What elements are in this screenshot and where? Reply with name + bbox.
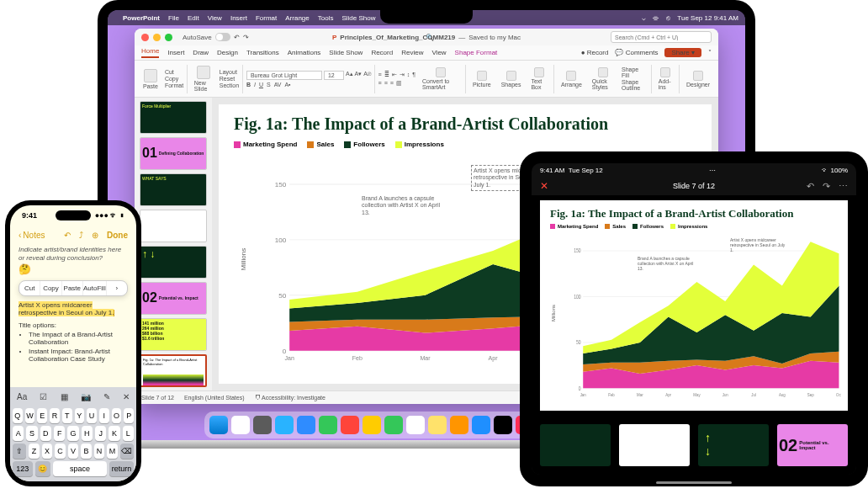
ipad-thumbnails-row[interactable]: 34↑↓502Potential vs. Impact6 <box>532 416 856 475</box>
letter-key[interactable]: F <box>54 426 65 441</box>
autofill-button[interactable]: AutoFill <box>83 281 107 295</box>
notes-icon[interactable] <box>428 416 447 434</box>
menu-arrange[interactable]: Arrange <box>285 14 309 22</box>
picture-button[interactable]: Picture <box>469 71 495 88</box>
letter-key[interactable]: R <box>50 408 60 423</box>
tab-slideshow[interactable]: Slide Show <box>329 49 363 56</box>
align-center-icon[interactable]: ≡ <box>384 80 388 87</box>
tab-design[interactable]: Design <box>217 49 238 56</box>
slide-thumbnail[interactable]: ↑ ↓ <box>140 246 207 279</box>
finder-icon[interactable] <box>209 416 228 434</box>
slide-thumbnail[interactable]: 02Potential vs. Impact6 <box>777 424 848 466</box>
new-slide-button[interactable]: New Slide <box>191 66 216 92</box>
menu-insert[interactable]: Insert <box>230 14 247 22</box>
tab-shape-format[interactable]: Shape Format <box>455 49 498 56</box>
letter-key[interactable]: C <box>55 444 66 459</box>
line-spacing-icon[interactable]: ↕ <box>407 72 410 78</box>
indent-inc-icon[interactable]: ⇥ <box>400 72 405 78</box>
clear-format-icon[interactable]: A⎚ <box>363 71 371 80</box>
menubar-clock[interactable]: Tue Sep 12 9:41 AM <box>677 14 738 22</box>
wifi-icon[interactable]: ⌵ <box>642 14 646 22</box>
letter-key[interactable]: E <box>37 408 47 423</box>
return-key[interactable]: return <box>109 461 134 476</box>
addins-button[interactable]: Add-ins <box>655 67 676 90</box>
photos-icon[interactable] <box>363 416 381 434</box>
back-label[interactable]: Notes <box>23 231 45 240</box>
undo-icon[interactable]: ↶ <box>64 231 71 240</box>
decrease-font-icon[interactable]: A▾ <box>355 71 363 80</box>
underline-icon[interactable]: U <box>259 82 263 88</box>
undo-icon[interactable]: ↶ <box>807 181 814 192</box>
tab-review[interactable]: Review <box>401 49 423 56</box>
comments-button[interactable]: 💬 Comments <box>615 49 658 56</box>
letter-key[interactable]: Y <box>75 408 85 423</box>
arrange-button[interactable]: Arrange <box>558 71 585 88</box>
backspace-key[interactable]: ⌫ <box>120 444 134 459</box>
reminders-icon[interactable] <box>450 416 468 434</box>
letter-key[interactable]: V <box>68 444 79 459</box>
menu-edit[interactable]: Edit <box>188 14 199 22</box>
letter-key[interactable]: T <box>62 408 72 423</box>
table-icon[interactable]: ▦ <box>61 392 68 401</box>
more-icon[interactable]: ⋯ <box>839 181 848 192</box>
letter-key[interactable]: X <box>42 444 53 459</box>
letter-key[interactable]: U <box>87 408 97 423</box>
tab-draw[interactable]: Draw <box>193 49 209 56</box>
quick-styles-button[interactable]: Quick Styles <box>589 67 618 90</box>
language-label[interactable]: English (United States) <box>184 395 245 401</box>
shape-fill-button[interactable]: Shape Fill <box>622 66 648 78</box>
designer-button[interactable]: Designer <box>683 71 713 88</box>
textbox-button[interactable]: Text Box <box>527 67 550 90</box>
paste-button[interactable]: Paste <box>62 281 83 295</box>
redo-icon[interactable]: ↷ <box>243 34 249 41</box>
slide-thumbnail[interactable]: 01Defining Collaboration <box>140 137 207 170</box>
letter-key[interactable]: D <box>40 426 51 441</box>
tv-icon[interactable] <box>494 416 512 434</box>
calendar-icon[interactable] <box>406 416 425 434</box>
italic-icon[interactable]: I <box>254 82 256 88</box>
slide-thumbnail[interactable]: 4 <box>619 424 690 466</box>
tab-transitions[interactable]: Transitions <box>246 49 279 56</box>
columns-icon[interactable]: ▥ <box>396 80 402 87</box>
shapes-button[interactable]: Shapes <box>498 71 525 88</box>
align-right-icon[interactable]: ≡ <box>390 80 394 87</box>
facetime-icon[interactable] <box>384 416 403 434</box>
maps-icon[interactable] <box>341 416 359 434</box>
user-icon[interactable]: ⎋ <box>666 14 670 22</box>
copy-button[interactable]: Copy <box>40 281 61 295</box>
tab-home[interactable]: Home <box>141 47 159 58</box>
messages-icon[interactable] <box>319 416 337 434</box>
indent-dec-icon[interactable]: ⇤ <box>392 72 397 78</box>
letter-key[interactable]: W <box>25 408 35 423</box>
cut-button[interactable]: Cut <box>19 281 40 295</box>
tab-animations[interactable]: Animations <box>288 49 321 56</box>
checklist-icon[interactable]: ☑ <box>40 392 47 401</box>
letter-key[interactable]: I <box>99 408 109 423</box>
ipad-slide-canvas[interactable]: Fig. 1a: The Impact of a Brand-Artist Co… <box>532 195 856 416</box>
menu-file[interactable]: File <box>168 14 179 22</box>
format-painter-button[interactable]: Format <box>165 82 183 88</box>
number-key[interactable]: 123 <box>13 461 33 476</box>
copy-button[interactable]: Copy <box>165 76 183 82</box>
cut-button[interactable]: Cut <box>165 69 183 75</box>
autosave-toggle[interactable]: AutoSave ↶ ↷ <box>183 33 249 41</box>
record-button[interactable]: ● Record <box>581 49 609 56</box>
letter-key[interactable]: M <box>107 444 118 459</box>
section-button[interactable]: Section <box>220 82 239 88</box>
letter-key[interactable]: H <box>82 426 93 441</box>
reset-button[interactable]: Reset <box>220 76 239 82</box>
ipad-ellipsis-icon[interactable]: ⋯ <box>709 167 716 174</box>
convert-smartart-button[interactable]: Convert to SmartArt <box>419 67 462 90</box>
letter-key[interactable]: Q <box>13 408 23 423</box>
slide-thumbnail[interactable]: ↑↓5 <box>698 424 769 466</box>
letter-key[interactable]: N <box>94 444 105 459</box>
more-icon[interactable]: ⊕ <box>92 231 98 240</box>
letter-key[interactable]: Z <box>29 444 40 459</box>
strike-icon[interactable]: S <box>267 82 271 88</box>
slide-thumbnail[interactable]: 02Potential vs. Impact <box>140 282 207 315</box>
notes-body[interactable]: Indicate artist/brand identities here or… <box>10 244 136 387</box>
close-icon[interactable]: ✕ <box>540 180 548 192</box>
close-icon[interactable] <box>141 34 149 41</box>
font-selector[interactable]: Bureau Grot Light <box>246 71 322 80</box>
letter-key[interactable]: O <box>112 408 122 423</box>
